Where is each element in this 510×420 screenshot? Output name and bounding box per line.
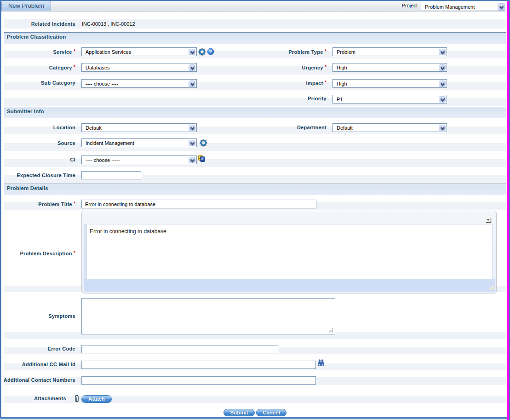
svg-text:?: ? [209,49,212,54]
